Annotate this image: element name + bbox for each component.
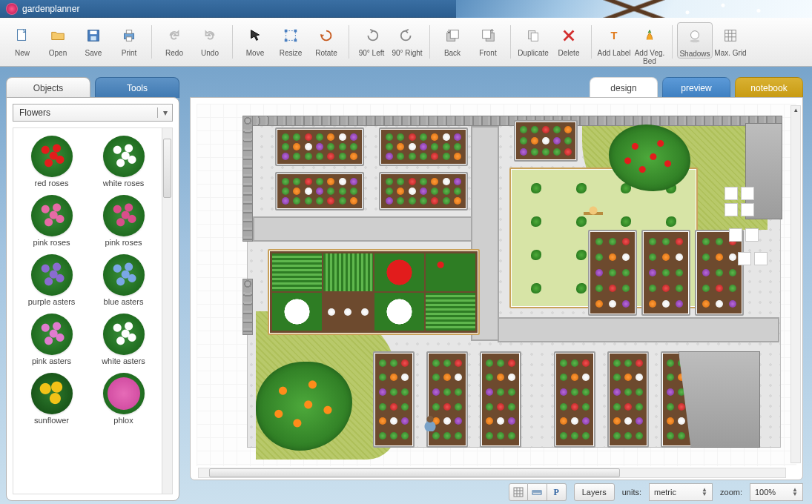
stepping-stone[interactable]	[754, 252, 768, 265]
undo-button[interactable]: Undo	[192, 22, 228, 57]
max-grid-button[interactable]: Max. Grid	[713, 22, 748, 57]
titlebar: gardenplanner	[0, 0, 812, 18]
svg-rect-8	[285, 30, 288, 33]
units-select[interactable]: metric▲▼	[649, 483, 713, 501]
add-label-button[interactable]: TAdd Label	[596, 22, 632, 57]
plan-toggle-button[interactable]: P	[547, 483, 567, 501]
send-back-icon	[435, 25, 470, 46]
stepping-stone[interactable]	[738, 252, 751, 265]
palette-item[interactable]: white asters	[90, 311, 157, 368]
layers-button[interactable]: Layers	[574, 483, 615, 501]
rotate-icon	[308, 25, 344, 46]
banner-image	[456, 0, 812, 18]
resize-icon	[273, 25, 308, 46]
add-veg-bed-button[interactable]: Add Veg. Bed	[632, 22, 667, 65]
palette-item-label: red roses	[18, 179, 85, 188]
palette-item-label: white asters	[90, 357, 157, 365]
tab-objects[interactable]: Objects	[6, 77, 90, 98]
rotate-right-icon	[389, 25, 425, 46]
palette-item[interactable]: pink roses	[18, 192, 85, 250]
stepping-stone[interactable]	[724, 187, 738, 200]
send-back-button[interactable]: Back	[435, 22, 470, 57]
delete-button[interactable]: Delete	[551, 22, 587, 57]
palette-item-label: phlox	[90, 416, 157, 425]
palette-item[interactable]: sunflower	[18, 370, 85, 428]
canvas-v-scrollbar[interactable]: ▴	[790, 105, 801, 463]
stepping-stone[interactable]	[741, 203, 754, 216]
palette-item[interactable]: purple asters	[18, 251, 85, 309]
stepping-stone[interactable]	[729, 228, 742, 242]
shrub-red-roses[interactable]	[609, 125, 690, 191]
objects-scrollbar[interactable]	[162, 128, 172, 494]
zoom-select[interactable]: 100%▲▼	[750, 483, 803, 501]
resize-button[interactable]: Resize	[273, 22, 308, 57]
chevron-down-icon: ▾	[157, 107, 172, 118]
duplicate-button[interactable]: Duplicate	[515, 22, 551, 57]
rotate-left-button[interactable]: 90° Left	[354, 22, 389, 57]
svg-rect-21	[725, 30, 736, 42]
canvas-h-scrollbar[interactable]	[198, 468, 786, 478]
palette-item-label: sunflower	[18, 416, 85, 425]
svg-rect-3	[90, 36, 96, 40]
canvas-area: ▴	[190, 97, 803, 480]
palette-item[interactable]: phlox	[90, 370, 157, 428]
print-button[interactable]: Print	[111, 22, 147, 57]
new-file-icon	[4, 25, 40, 46]
svg-rect-2	[90, 31, 96, 35]
bring-front-button[interactable]: Front	[470, 22, 506, 57]
redo-button[interactable]: Redo	[156, 22, 192, 57]
palette-item[interactable]: blue asters	[90, 251, 157, 309]
tab-preview[interactable]: preview	[662, 77, 730, 98]
garden-plan	[197, 104, 796, 466]
text-label-icon: T	[596, 25, 632, 46]
palette-item[interactable]: white roses	[90, 133, 157, 190]
svg-rect-11	[294, 39, 297, 42]
save-button[interactable]: Save	[76, 22, 111, 57]
svg-point-19	[691, 31, 699, 39]
palette-item-label: blue asters	[90, 297, 157, 306]
design-canvas[interactable]	[197, 104, 796, 466]
palette-item[interactable]: pink roses	[90, 192, 157, 250]
app-logo-icon	[6, 3, 18, 15]
svg-point-20	[690, 40, 700, 43]
stepping-stone[interactable]	[724, 203, 738, 216]
open-folder-icon	[40, 25, 76, 46]
open-button[interactable]: Open	[40, 22, 76, 57]
garden-shed[interactable]	[679, 351, 760, 448]
tab-design[interactable]: design	[590, 77, 658, 98]
move-button[interactable]: Move	[237, 22, 273, 57]
chevron-updown-icon: ▲▼	[792, 488, 798, 497]
palette-item[interactable]: red roses	[18, 133, 85, 190]
stepping-stone[interactable]	[745, 228, 759, 242]
tab-notebook[interactable]: notebook	[735, 77, 803, 98]
svg-rect-9	[294, 30, 297, 33]
objects-panel: Flowers ▾ red roseswhite rosespink roses…	[6, 97, 179, 501]
save-disk-icon	[76, 25, 111, 46]
gardener-figure[interactable]	[423, 415, 437, 431]
palette-item-label: pink asters	[18, 357, 85, 365]
svg-text:T: T	[611, 30, 618, 42]
toolbar: New Open Save Print Redo Undo Move Resiz…	[0, 18, 812, 67]
category-select[interactable]: Flowers ▾	[13, 104, 173, 122]
zoom-label: zoom:	[720, 488, 742, 497]
svg-rect-22	[514, 488, 523, 497]
units-label: units:	[622, 488, 641, 497]
shrub-orange-tree[interactable]	[256, 362, 352, 451]
print-icon	[111, 25, 147, 46]
rotate-button[interactable]: Rotate	[308, 22, 344, 57]
rotate-right-button[interactable]: 90° Right	[389, 22, 425, 57]
palette-item[interactable]: pink asters	[18, 311, 85, 368]
scarecrow[interactable]	[582, 202, 604, 224]
svg-rect-5	[126, 30, 131, 34]
palette-item-label: purple asters	[18, 297, 85, 306]
grid-toggle-button[interactable]	[509, 483, 528, 501]
new-button[interactable]: New	[4, 22, 40, 57]
ruler-toggle-button[interactable]	[528, 483, 547, 501]
svg-rect-7	[286, 31, 296, 41]
redo-icon	[156, 25, 192, 46]
shadows-button[interactable]: Shadows	[677, 22, 713, 59]
palette-item-label: pink roses	[18, 238, 85, 247]
tab-tools[interactable]: Tools	[95, 77, 179, 98]
veg-bed-icon	[632, 25, 667, 46]
stepping-stone[interactable]	[741, 187, 754, 200]
